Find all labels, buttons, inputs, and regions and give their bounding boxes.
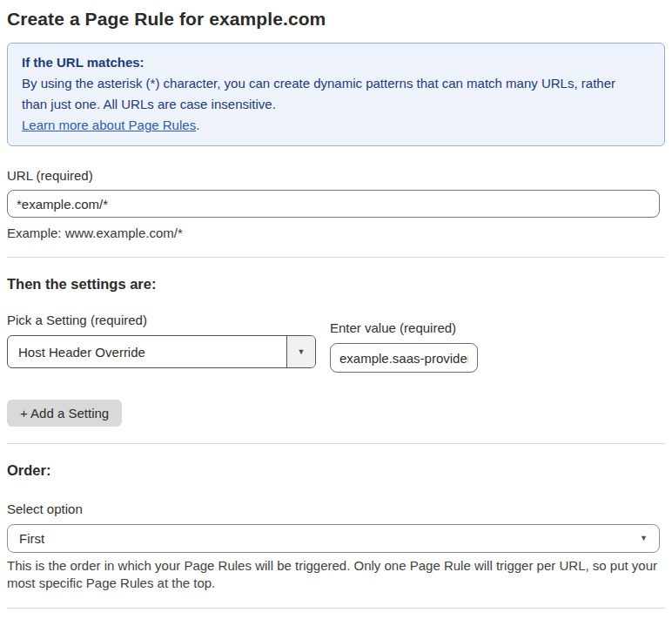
add-setting-button[interactable]: + Add a Setting <box>7 400 122 427</box>
info-box-body: By using the asterisk (*) character, you… <box>22 73 631 115</box>
setting-select[interactable]: Host Header Override ▼ <box>7 335 316 368</box>
dropdown-arrow-box: ▼ <box>286 336 315 367</box>
setting-picker-column: Pick a Setting (required) Host Header Ov… <box>7 313 316 368</box>
page-rule-form: Create a Page Rule for example.com If th… <box>0 0 672 619</box>
url-example-text: Example: www.example.com/* <box>7 225 665 240</box>
url-field-label: URL (required) <box>7 168 665 184</box>
info-box-heading: If the URL matches: <box>22 52 650 73</box>
setting-row: Pick a Setting (required) Host Header Ov… <box>7 313 665 373</box>
order-select-value: First <box>19 531 44 546</box>
order-select[interactable]: First ▼ <box>7 524 660 553</box>
learn-more-link[interactable]: Learn more about Page Rules <box>22 118 196 132</box>
link-suffix: . <box>196 118 199 132</box>
settings-section-heading: Then the settings are: <box>7 275 665 293</box>
setting-select-value: Host Header Override <box>8 336 286 367</box>
chevron-down-icon: ▼ <box>640 535 648 542</box>
divider <box>7 257 665 258</box>
url-matches-info-box: If the URL matches: By using the asteris… <box>7 43 665 146</box>
url-field-block: URL (required) Example: www.example.com/… <box>7 168 665 240</box>
order-section-heading: Order: <box>7 461 665 479</box>
url-input[interactable] <box>7 190 660 218</box>
setting-value-input[interactable] <box>330 343 478 373</box>
page-title: Create a Page Rule for example.com <box>7 7 665 31</box>
setting-value-label: Enter value (required) <box>330 320 478 336</box>
order-help-text: This is the order in which your Page Rul… <box>7 557 665 591</box>
divider <box>7 443 665 444</box>
setting-picker-label: Pick a Setting (required) <box>7 313 316 328</box>
divider <box>7 608 665 609</box>
chevron-down-icon: ▼ <box>298 348 306 356</box>
order-select-label: Select option <box>7 501 665 517</box>
info-box-link-line: Learn more about Page Rules. <box>22 115 650 136</box>
setting-value-column: Enter value (required) <box>330 320 478 373</box>
